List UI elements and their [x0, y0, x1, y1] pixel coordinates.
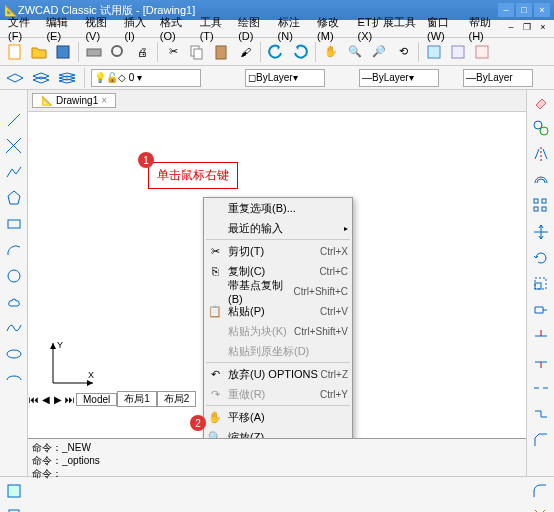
- mdi-restore-button[interactable]: ❐: [520, 22, 534, 36]
- circle-icon[interactable]: [4, 266, 24, 286]
- ctx-pan[interactable]: ✋平移(A): [204, 407, 352, 427]
- spline-icon[interactable]: [4, 318, 24, 338]
- ctx-cut[interactable]: ✂剪切(T)Ctrl+X: [204, 241, 352, 261]
- zoom-prev-icon[interactable]: ⟲: [392, 41, 414, 63]
- svg-rect-6: [216, 46, 226, 59]
- annotation-marker-2: 2: [190, 415, 206, 431]
- linetype-selector[interactable]: — ByLayer ▾: [359, 69, 439, 87]
- tab-first-button[interactable]: ⏮: [28, 394, 40, 405]
- menu-window[interactable]: 窗口(W): [423, 15, 465, 42]
- menu-format[interactable]: 格式(O): [156, 15, 196, 42]
- tab-next-button[interactable]: ▶: [52, 394, 64, 405]
- svg-line-10: [8, 114, 20, 126]
- rotate-icon[interactable]: [531, 248, 551, 268]
- print-icon[interactable]: 🖨: [131, 41, 153, 63]
- ctx-redo: ↷重做(R)Ctrl+Y: [204, 384, 352, 404]
- scale-icon[interactable]: [531, 274, 551, 294]
- props-icon[interactable]: [423, 41, 445, 63]
- doc-tab[interactable]: 📐 Drawing1 ×: [32, 93, 116, 108]
- mirror-icon[interactable]: [531, 144, 551, 164]
- offset-icon[interactable]: [531, 170, 551, 190]
- mdi-close-button[interactable]: ×: [536, 22, 550, 36]
- layer3-icon[interactable]: [56, 67, 78, 89]
- color-selector[interactable]: ◻ ByLayer ▾: [245, 69, 325, 87]
- new-icon[interactable]: [4, 41, 26, 63]
- copy-icon[interactable]: [186, 41, 208, 63]
- mdi-minimize-button[interactable]: –: [504, 22, 518, 36]
- paste-icon[interactable]: [210, 41, 232, 63]
- block-icon[interactable]: [4, 505, 24, 512]
- menu-view[interactable]: 视图(V): [81, 15, 120, 42]
- explode-icon[interactable]: [530, 505, 550, 512]
- lineweight-selector[interactable]: — ByLayer: [463, 69, 533, 87]
- pline-icon[interactable]: [4, 162, 24, 182]
- arc-icon[interactable]: [4, 240, 24, 260]
- ctx-repeat[interactable]: 重复选项(B)...: [204, 198, 352, 218]
- svg-rect-35: [8, 485, 20, 497]
- annotation-marker-1: 1: [138, 152, 154, 168]
- menu-modify[interactable]: 修改(M): [313, 15, 354, 42]
- join-icon[interactable]: [531, 404, 551, 424]
- layer1-icon[interactable]: [4, 67, 26, 89]
- break-icon[interactable]: [531, 378, 551, 398]
- ctx-undo[interactable]: ↶放弃(U) OPTIONSCtrl+Z: [204, 364, 352, 384]
- command-panel[interactable]: 命令：_NEW 命令：_options 命令：: [28, 438, 526, 476]
- menu-insert[interactable]: 插入(I): [120, 15, 155, 42]
- layer2-icon[interactable]: [30, 67, 52, 89]
- revcloud-icon[interactable]: [4, 292, 24, 312]
- menu-tools[interactable]: 工具(T): [196, 15, 234, 42]
- insert-icon[interactable]: [4, 481, 24, 501]
- line-icon[interactable]: [4, 110, 24, 130]
- hand-icon: ✋: [207, 411, 223, 424]
- open-icon[interactable]: [28, 41, 50, 63]
- pan-icon[interactable]: ✋: [320, 41, 342, 63]
- menu-edit[interactable]: 编辑(E): [42, 15, 81, 42]
- tab-last-button[interactable]: ⏭: [64, 394, 76, 405]
- cut-icon[interactable]: ✂: [162, 41, 184, 63]
- xline-icon[interactable]: [4, 136, 24, 156]
- preview-icon[interactable]: [107, 41, 129, 63]
- fillet-icon[interactable]: [530, 481, 550, 501]
- trim-icon[interactable]: [531, 326, 551, 346]
- drawing-canvas[interactable]: 单击鼠标右键 1 2 重复选项(B)... 最近的输入▸ ✂剪切(T)Ctrl+…: [28, 112, 526, 438]
- rectangle-icon[interactable]: [4, 214, 24, 234]
- layer-selector[interactable]: 💡🔓◇ 0 ▾: [91, 69, 201, 87]
- ctx-paste[interactable]: 📋粘贴(P)Ctrl+V: [204, 301, 352, 321]
- undo-icon[interactable]: [265, 41, 287, 63]
- match-icon[interactable]: 🖌: [234, 41, 256, 63]
- polygon-icon[interactable]: [4, 188, 24, 208]
- ctx-recent[interactable]: 最近的输入▸: [204, 218, 352, 238]
- save-icon[interactable]: [52, 41, 74, 63]
- menu-draw[interactable]: 绘图(D): [234, 15, 273, 42]
- erase-icon[interactable]: [531, 92, 551, 112]
- array-icon[interactable]: [531, 196, 551, 216]
- tab-prev-button[interactable]: ◀: [40, 394, 52, 405]
- tab-layout2[interactable]: 布局2: [157, 391, 197, 407]
- ellipse-icon[interactable]: [4, 344, 24, 364]
- tab-layout1[interactable]: 布局1: [117, 391, 157, 407]
- redo-icon[interactable]: [289, 41, 311, 63]
- menu-help[interactable]: 帮助(H): [465, 15, 504, 42]
- ellipse-arc-icon[interactable]: [4, 370, 24, 390]
- bottom-panels: [0, 476, 554, 512]
- menu-et[interactable]: ET扩展工具(X): [354, 15, 423, 42]
- zoom-rt-icon[interactable]: 🔍: [344, 41, 366, 63]
- plot-icon[interactable]: [83, 41, 105, 63]
- menu-dim[interactable]: 标注(N): [274, 15, 313, 42]
- ctx-zoom[interactable]: 🔍缩放(Z): [204, 427, 352, 438]
- copyobj-icon[interactable]: [531, 118, 551, 138]
- chamfer-icon[interactable]: [531, 430, 551, 450]
- move-icon[interactable]: [531, 222, 551, 242]
- close-button[interactable]: ×: [534, 3, 550, 17]
- extend-icon[interactable]: [531, 352, 551, 372]
- ucs-icon: XY: [48, 338, 98, 388]
- maximize-button[interactable]: □: [516, 3, 532, 17]
- zoom-win-icon[interactable]: 🔎: [368, 41, 390, 63]
- dc-icon[interactable]: [447, 41, 469, 63]
- ctx-copybase[interactable]: 带基点复制(B)Ctrl+Shift+C: [204, 281, 352, 301]
- tab-model[interactable]: Model: [76, 393, 117, 406]
- cmd-prompt[interactable]: 命令：: [32, 467, 522, 480]
- tp-icon[interactable]: [471, 41, 493, 63]
- stretch-icon[interactable]: [531, 300, 551, 320]
- menu-file[interactable]: 文件(F): [4, 15, 42, 42]
